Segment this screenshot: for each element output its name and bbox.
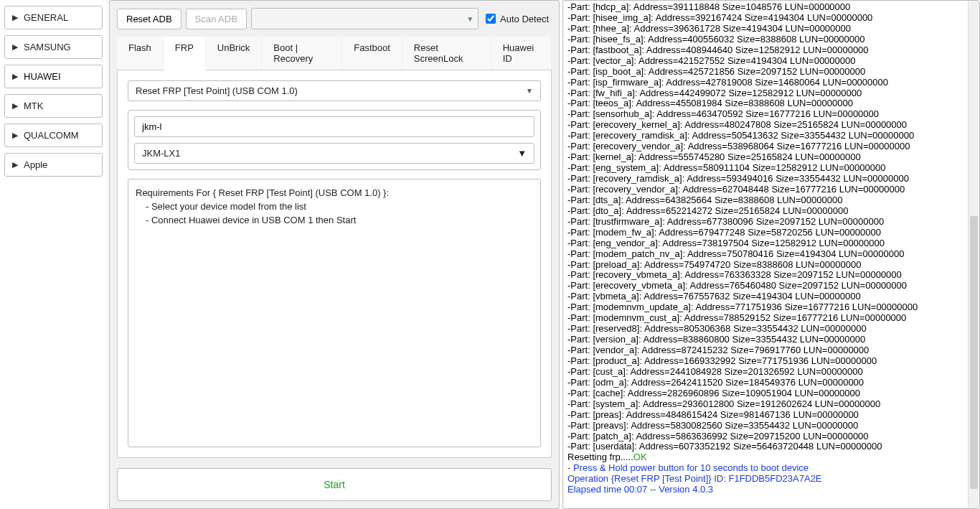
log-line: -Part: [fw_hifi_a]: Address=442499072 Si… [567,88,975,99]
log-line-info: - Press & Hold power button for 10 secon… [567,463,975,474]
log-line: -Part: [eng_vendor_a]: Address=738197504… [567,238,975,249]
chevron-down-icon: ▼ [466,15,473,23]
log-line: -Part: [recovery_vbmeta_a]: Address=7633… [567,270,975,281]
sidebar-item-label: Apple [24,159,47,170]
tab-reset-screenlock[interactable]: Reset ScreenLock [402,37,491,70]
operation-select[interactable]: Reset FRP [Test Point] (USB COM 1.0) ▼ [128,80,541,101]
log-line: -Part: [vbmeta_a]: Address=767557632 Siz… [567,291,975,302]
auto-detect-checkbox[interactable]: Auto Detect [483,14,552,24]
model-group: JKM-LX1 ▼ [128,110,541,170]
log-line: -Part: [hdcp_a]: Address=391118848 Size=… [567,2,975,13]
log-line: -Part: [erecovery_vendor_a]: Address=538… [567,141,975,152]
log-line: -Part: [preas]: Address=4848615424 Size=… [567,410,975,421]
sidebar-item-qualcomm[interactable]: ▶ QUALCOMM [4,123,103,147]
log-line: -Part: [modem_fw_a]: Address=679477248 S… [567,228,975,238]
log-line: -Part: [kernel_a]: Address=555745280 Siz… [567,152,975,163]
auto-detect-label: Auto Detect [500,14,549,24]
device-dropdown[interactable]: ▼ [251,8,479,29]
log-line: -Part: [vector_a]: Address=421527552 Siz… [567,56,975,67]
tab-unbrick[interactable]: UnBrick [206,37,263,70]
model-filter-input[interactable] [134,116,534,137]
log-line: -Part: [cache]: Address=2826960896 Size=… [567,388,975,399]
start-button[interactable]: Start [117,468,552,501]
requirement-line: - Connect Huawei device in USB COM 1 the… [136,214,533,228]
requirements-title: Requirements For { Reset FRP [Test Point… [136,187,533,200]
requirement-line: - Select your device model from the list [136,200,533,214]
log-line-info: Operation {Reset FRP [Test Point]} ID: F… [567,474,975,485]
log-line: -Part: [fastboot_a]: Address=408944640 S… [567,45,975,56]
requirements-box: Requirements For { Reset FRP [Test Point… [128,179,541,447]
sidebar-item-label: QUALCOMM [24,130,79,141]
log-line: -Part: [cust_a]: Address=2441084928 Size… [567,367,975,378]
auto-detect-input[interactable] [486,14,496,24]
resetting-prefix: Resetting frp..... [567,452,633,462]
log-line: -Part: [product_a]: Address=1669332992 S… [567,356,975,367]
log-line: -Part: [isp_firmware_a]: Address=4278190… [567,78,975,88]
log-line: -Part: [dts_a]: Address=643825664 Size=8… [567,195,975,206]
log-line: -Part: [modem_patch_nv_a]: Address=75078… [567,249,975,260]
log-line: -Part: [preavs]: Address=5830082560 Size… [567,421,975,431]
log-line: -Part: [recovery_vendor_a]: Address=6270… [567,185,975,195]
model-select[interactable]: JKM-LX1 ▼ [134,143,534,164]
operation-select-value: Reset FRP [Test Point] (USB COM 1.0) [136,85,298,96]
tab-huawei-id[interactable]: Huawei ID [491,37,552,70]
sidebar-item-label: MTK [24,101,43,111]
tab-frp[interactable]: FRP [164,37,206,70]
model-select-value: JKM-LX1 [142,148,180,159]
chevron-down-icon: ▼ [517,148,527,159]
log-line: -Part: [erecovery_ramdisk_a]: Address=50… [567,131,975,141]
caret-right-icon: ▶ [12,102,18,110]
caret-right-icon: ▶ [12,43,18,51]
tab-flash[interactable]: Flash [117,37,164,70]
tab-fastboot[interactable]: Fastboot [342,37,402,70]
log-line: -Part: [system_a]: Address=2936012800 Si… [567,399,975,410]
log-line: -Part: [dto_a]: Address=652214272 Size=2… [567,206,975,217]
status-ok: OK [633,452,647,462]
log-line: -Part: [patch_a]: Address=5863636992 Siz… [567,431,975,442]
main-panel: Reset ADB Scan ADB ▼ Auto Detect Flash F… [109,0,560,509]
sidebar: ▶ GENERAL ▶ SAMSUNG ▶ HUAWEI ▶ MTK ▶ QUA… [0,0,108,509]
log-line: -Part: [modemnvm_update_a]: Address=7717… [567,302,975,313]
sidebar-item-label: SAMSUNG [24,42,71,52]
sidebar-item-mtk[interactable]: ▶ MTK [4,94,103,118]
scrollbar-thumb[interactable] [970,216,978,489]
log-line: -Part: [hhee_a]: Address=396361728 Size=… [567,24,975,34]
sidebar-item-label: GENERAL [24,12,68,23]
caret-right-icon: ▶ [12,131,18,139]
caret-right-icon: ▶ [12,14,18,22]
log-panel: -Part: [hdcp_a]: Address=391118848 Size=… [562,0,980,509]
sidebar-item-huawei[interactable]: ▶ HUAWEI [4,65,103,88]
caret-right-icon: ▶ [12,161,18,169]
log-line: -Part: [recovery_ramdisk_a]: Address=593… [567,174,975,185]
reset-adb-button[interactable]: Reset ADB [117,9,182,29]
log-line: -Part: [preload_a]: Address=754974720 Si… [567,260,975,271]
log-line: -Part: [version_a]: Address=838860800 Si… [567,335,975,345]
scan-adb-button[interactable]: Scan ADB [186,9,247,29]
log-line: -Part: [trustfirmware_a]: Address=677380… [567,217,975,228]
sidebar-item-samsung[interactable]: ▶ SAMSUNG [4,35,103,59]
log-line: -Part: [vendor_a]: Address=872415232 Siz… [567,345,975,356]
log-line: -Part: [eng_system_a]: Address=580911104… [567,163,975,174]
log-line: -Part: [userdata]: Address=6073352192 Si… [567,442,975,452]
log-line: -Part: [hisee_img_a]: Address=392167424 … [567,13,975,24]
log-line: -Part: [isp_boot_a]: Address=425721856 S… [567,67,975,78]
toolbar: Reset ADB Scan ADB ▼ Auto Detect [117,8,552,29]
log-line: -Part: [modemnvm_cust_a]: Address=788529… [567,313,975,324]
log-line: -Part: [erecovery_kernel_a]: Address=480… [567,120,975,131]
scrollbar[interactable] [968,1,979,508]
log-line-resetting: Resetting frp.....OK [567,452,975,463]
log-line: -Part: [hisee_fs_a]: Address=400556032 S… [567,34,975,45]
log-line: -Part: [teeos_a]: Address=455081984 Size… [567,98,975,109]
log-output[interactable]: -Part: [hdcp_a]: Address=391118848 Size=… [563,1,979,508]
sidebar-item-general[interactable]: ▶ GENERAL [4,6,103,29]
log-line: -Part: [erecovery_vbmeta_a]: Address=765… [567,281,975,291]
sidebar-item-label: HUAWEI [24,71,61,82]
sidebar-item-apple[interactable]: ▶ Apple [4,153,103,177]
tab-boot-recovery[interactable]: Boot | Recovery [262,37,342,70]
caret-right-icon: ▶ [12,73,18,80]
tabpanel-frp: Reset FRP [Test Point] (USB COM 1.0) ▼ J… [117,70,552,458]
chevron-down-icon: ▼ [526,87,533,95]
log-line: -Part: [sensorhub_a]: Address=463470592 … [567,109,975,120]
log-line-info: Elapsed time 00:07 -- Version 4.0.3 [567,485,975,495]
log-line: -Part: [odm_a]: Address=2642411520 Size=… [567,378,975,388]
